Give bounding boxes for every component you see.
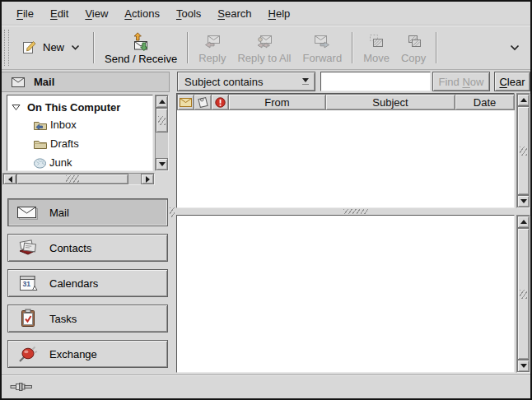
new-button[interactable]: New xyxy=(13,29,89,67)
scroll-down-button[interactable] xyxy=(517,360,530,372)
contacts-icon xyxy=(16,239,39,258)
scroll-down-button[interactable] xyxy=(517,195,530,207)
svg-text:31: 31 xyxy=(22,279,30,287)
sidebar: Mail On This Computer xyxy=(2,70,170,374)
switcher-tasks-button[interactable]: Tasks xyxy=(7,305,168,333)
scroll-left-button[interactable] xyxy=(3,174,16,184)
column-from-label: From xyxy=(264,96,289,109)
scroll-up-button[interactable] xyxy=(517,216,530,228)
column-attachment[interactable] xyxy=(194,94,212,110)
tree-node-junk[interactable]: Junk xyxy=(7,153,152,171)
tree-item-label: Junk xyxy=(49,156,72,169)
column-priority[interactable] xyxy=(211,94,229,110)
reply-button: Reply xyxy=(193,29,231,67)
preview-pane[interactable] xyxy=(176,215,515,373)
column-message-status[interactable] xyxy=(177,94,194,110)
message-list-vertical-scrollbar[interactable] xyxy=(516,93,530,208)
search-filter-value: Subject contains xyxy=(184,76,263,88)
arrow-down-icon xyxy=(159,162,166,166)
toolbar-overflow-button[interactable] xyxy=(506,38,523,57)
folder-tree-vertical-scrollbar[interactable] xyxy=(155,95,169,171)
message-list-body[interactable] xyxy=(177,110,514,207)
switcher-exchange-button[interactable]: Exchange xyxy=(7,340,168,368)
toolbar-separator xyxy=(187,32,189,63)
reply-to-all-label: Reply to All xyxy=(237,52,291,64)
switcher-label: Mail xyxy=(49,207,69,219)
arrow-down-icon xyxy=(520,199,527,203)
toolbar: New Send / Receive xyxy=(2,26,530,70)
folder-icon xyxy=(33,138,48,150)
switcher-label: Calendars xyxy=(49,277,98,290)
tree-root-label: On This Computer xyxy=(27,101,120,114)
column-date-label: Date xyxy=(474,96,496,109)
sidebar-header: Mail xyxy=(2,72,170,92)
clear-button[interactable]: Clear xyxy=(494,72,530,91)
preview-pane-area xyxy=(175,215,530,373)
send-receive-button[interactable]: Send / Receive xyxy=(99,29,183,67)
scrollbar-thumb[interactable] xyxy=(156,108,168,133)
switcher-contacts-button[interactable]: Contacts xyxy=(7,234,168,262)
message-list-header: From Subject Date xyxy=(177,94,514,110)
copy-label: Copy xyxy=(401,52,426,64)
scroll-up-button[interactable] xyxy=(156,95,168,108)
reply-icon xyxy=(203,32,222,52)
forward-icon xyxy=(312,32,332,52)
inbox-icon xyxy=(33,119,48,131)
menu-search[interactable]: Search xyxy=(209,3,259,24)
switcher-calendars-button[interactable]: 31 Calendars xyxy=(7,269,168,297)
mail-pane: Subject contains Find Now Clear xyxy=(175,70,530,374)
scrollbar-thumb[interactable] xyxy=(16,174,128,184)
online-status-plug-icon[interactable] xyxy=(10,382,35,392)
arrow-up-icon xyxy=(520,220,527,224)
main-area: Mail On This Computer xyxy=(2,70,530,374)
scroll-up-button[interactable] xyxy=(517,94,530,106)
menu-edit[interactable]: Edit xyxy=(42,3,77,24)
menubar: File Edit View Actions Tools Search Help xyxy=(2,2,530,26)
preview-vertical-scrollbar[interactable] xyxy=(516,215,530,373)
splitter-handle-icon[interactable] xyxy=(343,209,368,214)
tree-node-inbox[interactable]: Inbox xyxy=(7,115,152,134)
toolbar-grip[interactable] xyxy=(4,30,9,66)
folder-tree: On This Computer Inbox xyxy=(7,95,153,171)
arrow-right-icon xyxy=(146,176,150,183)
scrollbar-trough[interactable] xyxy=(128,174,141,184)
expander-triangle-icon[interactable] xyxy=(12,104,21,111)
preview-splitter[interactable] xyxy=(175,208,530,215)
compose-icon xyxy=(22,40,36,54)
column-date[interactable]: Date xyxy=(455,94,515,110)
folder-tree-horizontal-scrollbar[interactable] xyxy=(2,173,155,185)
scrollbar-thumb[interactable] xyxy=(517,106,530,195)
folder-tree-container: On This Computer Inbox xyxy=(2,95,170,171)
toolbar-separator xyxy=(436,32,437,63)
tree-node-drafts[interactable]: Drafts xyxy=(7,134,152,153)
switcher-mail-button[interactable]: Mail xyxy=(7,198,168,226)
search-filter-dropdown[interactable]: Subject contains xyxy=(177,72,315,91)
scrollbar-trough[interactable] xyxy=(156,133,168,158)
thumb-grip-icon xyxy=(520,290,527,299)
mail-icon xyxy=(16,205,39,221)
menu-view[interactable]: View xyxy=(77,3,116,24)
menu-actions[interactable]: Actions xyxy=(116,3,168,24)
switcher-label: Contacts xyxy=(49,242,91,254)
send-receive-label: Send / Receive xyxy=(105,53,177,65)
thumb-grip-icon xyxy=(66,175,79,183)
arrow-left-icon xyxy=(8,176,12,183)
column-from[interactable]: From xyxy=(228,94,326,110)
tree-node-on-this-computer[interactable]: On This Computer xyxy=(7,99,152,115)
scroll-down-button[interactable] xyxy=(156,158,168,170)
menu-help[interactable]: Help xyxy=(260,3,299,24)
attachment-icon xyxy=(197,96,209,108)
toolbar-separator xyxy=(352,32,353,63)
sidebar-splitter[interactable] xyxy=(170,70,175,374)
menu-file[interactable]: File xyxy=(8,3,42,24)
thumb-grip-icon xyxy=(158,116,166,125)
menu-tools[interactable]: Tools xyxy=(168,3,209,24)
search-input[interactable] xyxy=(320,72,431,91)
message-list-area: From Subject Date xyxy=(175,93,530,208)
move-icon xyxy=(366,32,386,52)
column-subject[interactable]: Subject xyxy=(325,94,455,110)
sidebar-header-label: Mail xyxy=(34,76,54,88)
scrollbar-thumb[interactable] xyxy=(517,228,530,360)
tasks-icon xyxy=(16,309,39,328)
scroll-right-button[interactable] xyxy=(141,174,154,184)
